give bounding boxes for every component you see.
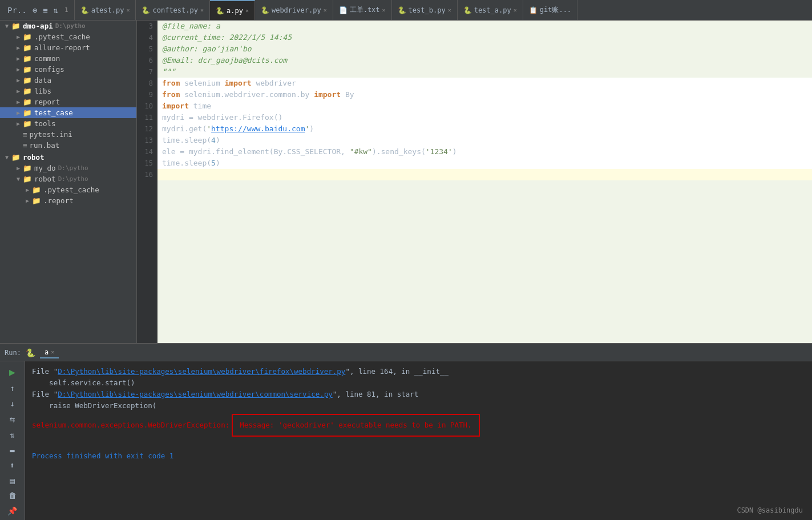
tab-icon-gongdan: 📄 (339, 6, 348, 14)
output-success-text: Process finished with exit code 1 (32, 452, 173, 460)
code-plain-14a: ele = mydri.find_element(By.CSS_SELECTOR… (162, 146, 350, 158)
tab-conftest[interactable]: 🐍 conftest.py ✕ (136, 0, 210, 20)
close-test-b[interactable]: ✕ (448, 7, 451, 13)
sidebar-item-robot[interactable]: ▼ 📁 robot (0, 152, 136, 163)
output-line-finish: Process finished with exit code 1 (32, 450, 805, 462)
folder-icon-report: 📁 (23, 98, 32, 106)
sidebar-item-my-do[interactable]: ▶ 📁 my_do D:\pytho (0, 163, 136, 174)
sidebar-item-pytest-cache1[interactable]: ▶ 📁 .pytest_cache (0, 31, 136, 42)
tab-a[interactable]: 🐍 a.py ✕ (210, 0, 255, 20)
sidebar-item-report2[interactable]: ▶ 📁 .report (0, 195, 136, 206)
run-panel: Run: 🐍 a ✕ ▶ ↑ ↓ ⇆ ⇅ ▬ ⬆ ▤ 🗑 📌 File "D:\… (0, 343, 812, 520)
sidebar: ▼ 📁 dmo-api D:\pytho ▶ 📁 .pytest_cache ▶… (0, 21, 137, 343)
code-content[interactable]: 34567 89101112 13141516 @file_name: a @c… (137, 21, 812, 343)
code-plain-13b: ) (216, 135, 220, 146)
sidebar-item-data[interactable]: ▶ 📁 data (0, 75, 136, 86)
folder-icon-common: 📁 (23, 54, 32, 63)
close-conftest[interactable]: ✕ (200, 7, 204, 13)
run-tab-icon: 🐍 (26, 348, 35, 357)
run-pin-button[interactable]: 📌 (5, 506, 21, 516)
code-plain-14c: ) (453, 146, 457, 158)
run-stop-button[interactable]: ▬ (5, 446, 21, 455)
sidebar-item-common[interactable]: ▶ 📁 common (0, 53, 136, 64)
code-line-11: mydri = webdriver.Firefox() (157, 112, 812, 123)
output-link-2[interactable]: D:\Python\lib\site-packages\selenium\web… (58, 390, 333, 398)
sidebar-label-data: data (34, 76, 51, 84)
code-line-9: from selenium.webdriver.common.by import… (157, 89, 812, 100)
sidebar-label-dmo-api: dmo-api (23, 22, 53, 30)
folder-icon-dmo-api: 📁 (11, 22, 21, 30)
sidebar-label-pytest-cache2: .pytest_cache (43, 186, 99, 194)
code-link-12[interactable]: https://www.baidu.com (211, 123, 305, 135)
run-sidebar: ▶ ↑ ↓ ⇆ ⇅ ▬ ⬆ ▤ 🗑 📌 (0, 361, 25, 520)
sidebar-item-report[interactable]: ▶ 📁 report (0, 96, 136, 107)
sidebar-label-configs: configs (34, 65, 64, 74)
run-wrap-button[interactable]: ⇆ (5, 414, 21, 425)
folder-icon-configs: 📁 (23, 65, 32, 74)
sidebar-item-libs[interactable]: ▶ 📁 libs (0, 86, 136, 96)
run-up-button[interactable]: ↑ (5, 384, 21, 393)
code-plain-9b: By (341, 89, 354, 100)
sidebar-item-dmo-api[interactable]: ▼ 📁 dmo-api D:\pytho (0, 21, 136, 31)
output-line-4: raise WebDriverException( (32, 400, 805, 412)
run-tab-a[interactable]: a ✕ (40, 347, 59, 358)
sidebar-item-tools[interactable]: ▶ 📁 tools (0, 118, 136, 129)
code-line-4: @current_time: 2022/1/5 14:45 (157, 32, 812, 43)
run-export-button[interactable]: ⬆ (5, 461, 21, 470)
project-icon[interactable]: Pr.. (6, 5, 29, 16)
tab-label-conftest: conftest.py (152, 6, 197, 14)
add-tab-icon[interactable]: ⊕ (31, 5, 39, 16)
tab-label-a: a.py (227, 7, 243, 15)
tab-label-test-a: test_a.py (474, 6, 511, 14)
line-numbers: 34567 89101112 13141516 (137, 21, 157, 343)
code-editor[interactable]: @file_name: a @current_time: 2022/1/5 14… (157, 21, 812, 343)
code-line-12: mydri.get( 'https://www.baidu.com' ) (157, 123, 812, 135)
list-icon[interactable]: ≡ (41, 5, 49, 16)
tab-test-a[interactable]: 🐍 test_a.py ✕ (458, 0, 523, 20)
folder-icon-allure-report: 📁 (23, 43, 32, 52)
run-settings-button[interactable]: ▤ (5, 476, 21, 486)
code-plain-14b: ).send_keys( (372, 146, 426, 158)
close-atest[interactable]: ✕ (126, 7, 130, 13)
output-line-5: selenium.common.exceptions.WebDriverExce… (32, 412, 805, 439)
close-run-tab[interactable]: ✕ (51, 349, 54, 355)
sidebar-label-my-do: my_do (34, 164, 56, 172)
tab-test-b[interactable]: 🐍 test_b.py ✕ (392, 0, 458, 20)
code-plain-12a: mydri.get( (162, 123, 207, 135)
close-test-a[interactable]: ✕ (514, 7, 517, 13)
code-text-7: """ (162, 66, 175, 78)
sidebar-item-pytest-cache2[interactable]: ▶ 📁 .pytest_cache (0, 184, 136, 195)
code-plain-10: time (189, 100, 211, 112)
tab-gongdan[interactable]: 📄 工单.txt ✕ (333, 0, 392, 20)
output-link-1[interactable]: D:\Python\lib\site-packages\selenium\web… (58, 367, 345, 376)
sidebar-item-robot-dir[interactable]: ▼ 📁 robot D:\pytho (0, 174, 136, 184)
code-str-12b: ' (305, 123, 309, 135)
run-trash-button[interactable]: 🗑 (5, 491, 21, 501)
code-line-8: from selenium import webdriver (157, 78, 812, 89)
code-plain-13a: time.sleep( (162, 135, 211, 146)
main-area: ▼ 📁 dmo-api D:\pytho ▶ 📁 .pytest_cache ▶… (0, 21, 812, 343)
tab-git[interactable]: 📋 git账... (523, 0, 577, 20)
run-down-button[interactable]: ↓ (5, 399, 21, 409)
code-line-3: @file_name: a (157, 21, 812, 32)
tab-atest[interactable]: 🐍 atest.py ✕ (75, 0, 136, 20)
close-a[interactable]: ✕ (245, 7, 249, 14)
bottom-content: ▶ ↑ ↓ ⇆ ⇅ ▬ ⬆ ▤ 🗑 📌 File "D:\Python\lib\… (0, 361, 812, 520)
file-icon-run-bat: ≡ (23, 141, 27, 150)
close-gongdan[interactable]: ✕ (382, 7, 386, 13)
sidebar-item-configs[interactable]: ▶ 📁 configs (0, 64, 136, 75)
close-webdriver[interactable]: ✕ (324, 7, 327, 13)
sidebar-item-run-bat[interactable]: ≡ run.bat (0, 140, 136, 151)
run-label: Run: (5, 349, 21, 357)
code-plain-9a: selenium.webdriver.common.by (180, 89, 314, 100)
sidebar-item-test-case[interactable]: ▶ 📁 test_case (0, 107, 136, 118)
sidebar-item-allure-report[interactable]: ▶ 📁 allure-report (0, 42, 136, 53)
sidebar-item-pytest-ini[interactable]: ≡ pytest.ini (0, 129, 136, 140)
tab-bar-left: Pr.. ⊕ ≡ ⇅ 1 (2, 0, 75, 20)
tab-webdriver[interactable]: 🐍 webdriver.py ✕ (255, 0, 333, 20)
run-filter-button[interactable]: ⇅ (5, 430, 21, 440)
expand-arrow-report: ▶ (14, 99, 23, 105)
run-play-button[interactable]: ▶ (5, 366, 21, 378)
code-text-3: @file_name: a (162, 21, 220, 32)
split-icon[interactable]: ⇅ (52, 5, 60, 16)
